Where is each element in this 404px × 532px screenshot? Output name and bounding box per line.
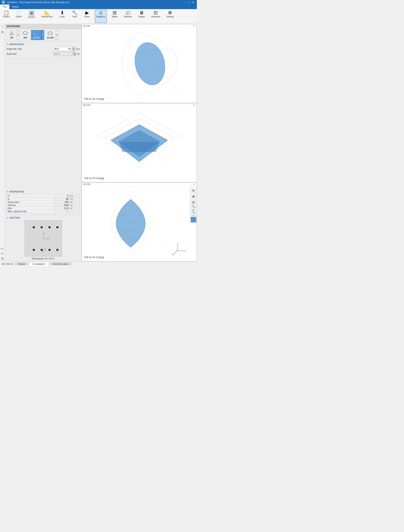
prop-unit-max-cap xyxy=(69,210,79,213)
panel2-minimize[interactable]: − xyxy=(190,104,192,106)
rt-zoom-out-btn[interactable]: 🔍− xyxy=(191,211,196,216)
panel1-header: 3D-PM − ✕ xyxy=(82,24,197,28)
ribbon-load[interactable]: ⬇ Load xyxy=(58,10,67,23)
close-button[interactable]: ✕ xyxy=(191,1,195,4)
left-tool-add[interactable]: ⊕ xyxy=(0,30,5,34)
properties-table: f'c 5 ksi fy 80 ksi Gross area 256 in² T… xyxy=(7,194,80,213)
axial-load-input[interactable] xyxy=(53,52,72,56)
menu-bar: File Home xyxy=(0,5,197,9)
tables-icon: ⊟ xyxy=(113,11,117,15)
status-tab-factored-loads[interactable]: Factored Loads xyxy=(49,262,72,266)
panel1-label: PM at 45.0 [deg] xyxy=(84,97,104,100)
diagrams-icon: ◇ xyxy=(99,11,103,15)
tools-icon: 🔧 xyxy=(72,11,78,15)
rt-zoom-in-btn[interactable]: 🔍+ xyxy=(191,205,196,211)
left-tool-move-up[interactable]: ≡↑ xyxy=(0,252,5,256)
status-tab-investigation[interactable]: Investigation xyxy=(29,262,49,266)
svg-marker-4 xyxy=(48,238,49,239)
ribbon-slenderness[interactable]: 📐 Slenderness xyxy=(40,10,54,23)
panel1-canvas: PM at 45.0 [deg] xyxy=(82,28,197,102)
svg-text:Pz: Pz xyxy=(177,243,179,245)
panel2-label: PM at 45.0 [deg] xyxy=(84,177,104,180)
rt-rotate-btn[interactable]: ↻ xyxy=(191,188,196,193)
ribbon-section[interactable]: ⊞ Section xyxy=(27,10,36,23)
ribbon-project[interactable]: 📋 Project xyxy=(2,10,11,23)
define-icon: 📄 xyxy=(16,11,22,15)
sidebar-diagrams-header: DIAGRAMS xyxy=(5,24,81,29)
diagram-toolbar: PM ▼ MM xyxy=(5,29,81,41)
rebar-6 xyxy=(41,249,43,251)
props-collapse-icon[interactable]: ▼ xyxy=(7,191,9,193)
panel-3dpm-2: 3D-PM − ✕ xyxy=(82,103,197,182)
axial-load-up-btn[interactable]: ▲ xyxy=(73,52,76,54)
ribbon-tools[interactable]: 🔧 Tools xyxy=(70,10,79,23)
ribbon-viewports[interactable]: ⊡ Viewports xyxy=(150,10,162,23)
status-tab-biaxial[interactable]: Biaxial xyxy=(15,262,29,266)
axial-load-down-btn[interactable]: ▼ xyxy=(73,54,76,56)
rt-zoom-extent-btn[interactable]: ⊡ xyxy=(191,200,196,205)
prop-value-rho: 3.13 xyxy=(55,207,69,210)
axial-load-unit: kip xyxy=(77,53,80,55)
prop-row-rho: Rho 3.13 % xyxy=(7,207,80,210)
pm-dropdown-arrow[interactable]: ▼ xyxy=(17,30,20,40)
sidebar: DIAGRAMS PM ▼ xyxy=(5,24,82,261)
rebar-8 xyxy=(56,249,59,251)
ribbon-display[interactable]: 🖥 Display xyxy=(137,10,146,23)
diag-btn-3dmm[interactable]: 3D-MM xyxy=(45,30,56,40)
panel3-minimize[interactable]: − xyxy=(190,183,192,186)
left-tool-filter[interactable]: ⊺ xyxy=(0,25,5,29)
minimize-button[interactable]: ─ xyxy=(183,1,186,4)
diag-btn-pm[interactable]: PM xyxy=(7,30,17,40)
svg-point-0 xyxy=(23,32,27,35)
panel1-close[interactable]: ✕ xyxy=(193,25,195,27)
menu-file[interactable]: File xyxy=(0,5,9,9)
angle-down-btn[interactable]: ▼ xyxy=(72,49,75,51)
3dmm-dropdown-arrow[interactable]: ▼ xyxy=(56,30,59,40)
ribbon-diagrams[interactable]: ◇ Diagrams xyxy=(95,10,107,23)
load-icon: ⬇ xyxy=(60,11,64,15)
ribbon-tables-label: Tables xyxy=(111,16,117,18)
angle-unit: deg xyxy=(76,48,80,50)
ribbon-tools-label: Tools xyxy=(72,16,77,18)
properties-section: ▼ PROPERTIES f'c 5 ksi fy 80 ksi Gross a… xyxy=(5,189,81,215)
panel2-close[interactable]: ✕ xyxy=(193,104,195,106)
angle-input[interactable]: 45.0 xyxy=(52,47,71,51)
section-collapse-icon[interactable]: ▼ xyxy=(7,217,9,219)
ribbon-tables[interactable]: ⊟ Tables xyxy=(110,10,119,23)
prop-value-fy: 80 xyxy=(55,197,69,201)
ribbon-load-label: Load xyxy=(60,16,65,18)
panel3-canvas: Mx Pz My PM at 45.0 [deg] xyxy=(82,186,197,260)
angle-up-btn[interactable]: ▲ xyxy=(72,47,75,49)
panel1-minimize[interactable]: − xyxy=(190,25,192,27)
3dpm-diagram-icon xyxy=(33,31,39,36)
3dpm-dropdown-arrow[interactable]: ▼ xyxy=(41,30,44,40)
diag-btn-mm[interactable]: MM xyxy=(20,30,30,40)
prop-label-gross-area: Gross area xyxy=(7,201,55,204)
panel2-header: 3D-PM − ✕ xyxy=(82,103,197,107)
ribbon-reporter[interactable]: 📰 Reporter xyxy=(123,10,133,23)
navigation-section: ▼ NAVIGATION Angle (Mx, My) 45.0 ▲ ▼ deg… xyxy=(5,41,81,59)
prop-unit-gross-area: in² xyxy=(69,201,79,204)
rt-pan-btn[interactable]: ⊕ xyxy=(191,194,196,199)
ribbon-solve[interactable]: ▶ Solve xyxy=(82,10,91,23)
panel3-controls: − ✕ xyxy=(190,183,195,186)
menu-home[interactable]: Home xyxy=(9,5,21,9)
navigation-title: ▼ NAVIGATION xyxy=(7,43,80,45)
nav-collapse-icon[interactable]: ▼ xyxy=(7,43,9,45)
svg-text:Mx: Mx xyxy=(183,249,186,252)
panel3-title: 3D-PM xyxy=(83,183,90,185)
diag-btn-3dpm[interactable]: 3D-PM xyxy=(31,30,41,40)
properties-title: ▼ PROPERTIES xyxy=(7,190,80,193)
panel2-title: 3D-PM xyxy=(83,104,90,106)
sidebar-spacer xyxy=(5,59,81,189)
prop-label-max-cap: Max. capacity ratio xyxy=(7,210,55,213)
ribbon-define[interactable]: 📄 Define xyxy=(14,10,23,23)
left-tool-menu[interactable]: ☰ xyxy=(0,256,5,261)
left-tool-move-down[interactable]: ≡↓ xyxy=(0,247,5,251)
rt-cursor-btn[interactable]: ☞ xyxy=(191,217,196,222)
maximize-button[interactable]: □ xyxy=(187,1,190,4)
panel3-close[interactable]: ✕ xyxy=(193,183,195,186)
ribbon-settings[interactable]: ⚙ Settings xyxy=(165,10,175,23)
panel3-header: 3D-PM − ✕ xyxy=(82,183,197,186)
title-bar-controls: ─ □ ✕ xyxy=(183,1,195,4)
